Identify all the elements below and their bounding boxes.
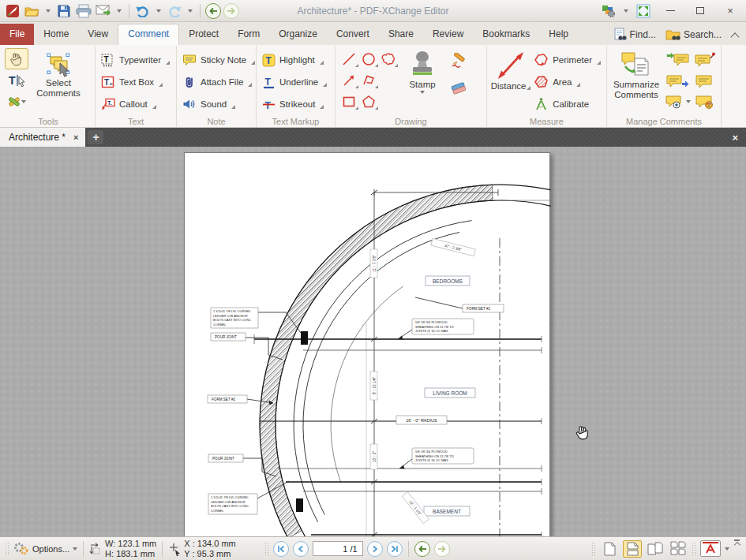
- other-tools-button[interactable]: [5, 91, 28, 112]
- summarize-comments-button[interactable]: SummarizeComments: [610, 48, 662, 100]
- rectangle-tool-button[interactable]: [339, 91, 358, 112]
- tab-protect[interactable]: Protect: [179, 24, 228, 45]
- previous-page-button[interactable]: [293, 541, 309, 557]
- new-tab-button[interactable]: +: [88, 130, 103, 144]
- document-tab-architecture[interactable]: Architecture * ×: [0, 128, 85, 147]
- tab-review[interactable]: Review: [423, 24, 473, 45]
- save-button[interactable]: [55, 2, 73, 20]
- crosshair-icon: [168, 542, 181, 556]
- perimeter-button[interactable]: Perimeter: [531, 49, 603, 71]
- tab-home[interactable]: Home: [34, 24, 78, 45]
- tab-close-icon[interactable]: ×: [73, 133, 78, 142]
- grid-layout-button[interactable]: [669, 540, 688, 558]
- options-button[interactable]: Options...: [13, 542, 77, 555]
- sticky-note-button[interactable]: Sticky Note: [180, 49, 257, 71]
- pour-joint-label-upper: POUR JOINT: [211, 333, 246, 341]
- find-button[interactable]: Find...: [609, 26, 660, 43]
- select-text-tool-button[interactable]: T: [5, 69, 28, 91]
- polyline-tool-button[interactable]: [358, 69, 378, 91]
- page-number-field[interactable]: [313, 541, 363, 556]
- document-viewport[interactable]: 1 1/2x11 7/8 LVL CURVED LEDGER C/W ANCHO…: [0, 147, 746, 536]
- import-comments-button[interactable]: [664, 48, 692, 69]
- maximize-button[interactable]: [688, 3, 712, 19]
- pdf-page[interactable]: 1 1/2x11 7/8 LVL CURVED LEDGER C/W ANCHO…: [184, 152, 550, 536]
- close-document-icon[interactable]: ×: [724, 128, 746, 147]
- export-comments-button[interactable]: [664, 69, 692, 91]
- personalization-dropdown[interactable]: [624, 9, 628, 13]
- ellipse-tool-button[interactable]: [358, 48, 378, 69]
- sound-button[interactable]: Sound: [180, 93, 257, 115]
- line-tool-button[interactable]: [339, 48, 358, 69]
- redo-button[interactable]: [166, 2, 183, 20]
- history-back-button[interactable]: [205, 3, 221, 19]
- fullscreen-mode-icon[interactable]: [635, 2, 652, 20]
- view-forward-button[interactable]: [434, 541, 450, 557]
- statusbar-expand-icon[interactable]: [733, 539, 741, 547]
- last-page-button[interactable]: [387, 541, 403, 557]
- underline-button[interactable]: T Underline: [260, 71, 329, 93]
- personalization-icon[interactable]: [600, 2, 617, 20]
- other-tools-dropdown[interactable]: [21, 100, 26, 103]
- search-button[interactable]: Search...: [662, 27, 725, 43]
- options-dropdown[interactable]: [73, 547, 77, 551]
- collapse-ribbon-icon[interactable]: [732, 32, 738, 38]
- tab-comment[interactable]: Comment: [118, 24, 179, 45]
- first-page-button[interactable]: [273, 541, 289, 557]
- callout-button[interactable]: T. Callout: [99, 93, 172, 115]
- tab-organize[interactable]: Organize: [269, 24, 327, 45]
- comment-styles-button[interactable]: [692, 91, 718, 112]
- area-button[interactable]: Area: [531, 71, 603, 93]
- tab-convert[interactable]: Convert: [327, 24, 379, 45]
- text-box-button[interactable]: T Text Box: [99, 71, 172, 93]
- comment-notes-button[interactable]: [692, 69, 718, 91]
- distance-button[interactable]: Distance: [490, 48, 531, 91]
- ribbon-tab-bar: File Home View Comment Protect Form Orga…: [0, 22, 746, 45]
- next-page-button[interactable]: [367, 541, 383, 557]
- svg-text:FORM SET #1: FORM SET #1: [467, 307, 490, 311]
- print-button[interactable]: [75, 2, 92, 20]
- select-comments-button[interactable]: SelectComments: [28, 48, 88, 99]
- undo-dropdown[interactable]: [154, 2, 163, 20]
- tab-help[interactable]: Help: [539, 24, 578, 45]
- arrow-tool-button[interactable]: [339, 69, 358, 91]
- email-dropdown[interactable]: [114, 2, 124, 20]
- tab-file[interactable]: File: [0, 24, 34, 45]
- view-back-button[interactable]: [414, 541, 430, 557]
- comment-pin-button[interactable]: [692, 48, 718, 69]
- tab-bookmarks[interactable]: Bookmarks: [473, 24, 539, 45]
- open-file-button[interactable]: [24, 2, 41, 20]
- single-page-layout-button[interactable]: [600, 540, 619, 558]
- tab-form[interactable]: Form: [228, 24, 269, 45]
- typewriter-button[interactable]: T Typewriter: [99, 49, 172, 71]
- close-button[interactable]: ×: [718, 3, 742, 19]
- cloud-tool-button[interactable]: [378, 48, 398, 69]
- attach-file-button[interactable]: Attach File: [180, 71, 257, 93]
- history-forward-button[interactable]: [223, 3, 239, 19]
- stamp-dropdown[interactable]: [420, 91, 425, 94]
- tab-share[interactable]: Share: [379, 24, 423, 45]
- open-file-dropdown[interactable]: [43, 2, 53, 20]
- form-set-2-label: FORM SET #2: [208, 395, 247, 403]
- redo-dropdown[interactable]: [186, 2, 195, 20]
- calibrate-button[interactable]: Calibrate: [531, 93, 603, 115]
- strikeout-button[interactable]: T Strikeout: [260, 93, 329, 115]
- open-in-pdf-reader-button[interactable]: [700, 540, 721, 557]
- pdf-reader-dropdown[interactable]: [725, 547, 729, 551]
- email-button[interactable]: [95, 2, 112, 20]
- polygon-tool-button[interactable]: [358, 91, 378, 112]
- hand-tool-button[interactable]: [5, 48, 28, 69]
- eraser-tool-button[interactable]: [447, 77, 470, 99]
- two-page-layout-button[interactable]: [646, 540, 665, 558]
- show-comments-dropdown[interactable]: [686, 100, 691, 103]
- area-icon: [534, 75, 549, 89]
- continuous-layout-button[interactable]: [623, 540, 642, 558]
- stamp-button[interactable]: Stamp: [398, 48, 447, 94]
- text-box-icon: T: [101, 76, 115, 88]
- show-comments-button[interactable]: [664, 91, 692, 112]
- tab-view[interactable]: View: [78, 24, 118, 45]
- arc-dimension-top: 37' - 2 3/8": [431, 238, 476, 256]
- undo-button[interactable]: [134, 2, 152, 20]
- highlight-button[interactable]: T Highlight: [260, 49, 329, 71]
- minimize-button[interactable]: [658, 3, 682, 19]
- pencil-tool-button[interactable]: [447, 50, 470, 71]
